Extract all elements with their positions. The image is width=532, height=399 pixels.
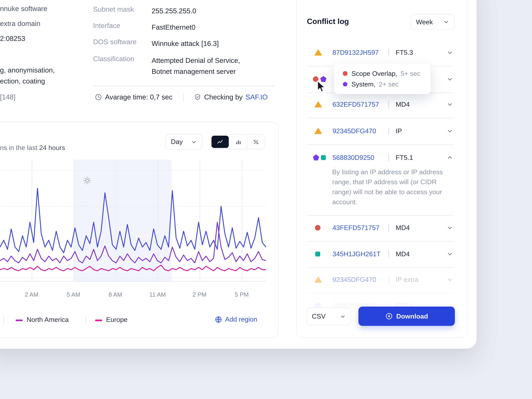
conflict-row[interactable]: 87D9132JH597 FT5.3 [307,39,454,66]
average-time: Avarage time: 0,7 sec [95,93,172,101]
conflict-log-title: Conflict log [307,17,349,26]
legend-swatch-europe [95,320,102,321]
warning-triangle-icon [314,127,322,135]
conflict-type: MD4 [396,101,410,108]
conflict-period-dropdown[interactable]: Week [411,14,455,30]
legend-label-north-america: North America [27,316,69,323]
conflict-id-link[interactable]: 92345DFG470 [332,276,376,284]
chevron-down-icon[interactable] [447,224,453,231]
left-panel-line: ection, coating [0,77,45,85]
conflict-type: IP extra [396,276,418,284]
left-panel-line: nnuke software [0,5,47,13]
chart-title: ns in the last 24 hours [0,144,65,152]
divider [388,224,389,231]
line-chart-icon [217,139,223,145]
conflict-description: By listing an IP address or IP address r… [332,167,448,207]
chart-type-line-button[interactable] [211,136,229,148]
conflict-row[interactable]: 92345DFG470 IP [307,118,454,144]
divider [388,250,389,258]
conflict-id-link[interactable]: 568830D9250 [332,154,374,161]
export-format-dropdown[interactable]: CSV [307,308,351,325]
divider [183,93,184,102]
chevron-up-icon[interactable] [447,154,453,161]
conflict-type: MD4 [396,224,410,232]
conflict-id-link[interactable]: 345H1JGH261T [332,250,381,258]
legend-divider [3,316,4,325]
divider [388,154,389,161]
conflict-row[interactable]: 92345DFG470 IP extra [307,266,454,293]
chart-type-switcher [210,134,265,149]
detail-value: 255.255.255.0 [152,5,196,16]
left-panel-line: g, anonymisation, [0,66,55,74]
scope-overlap-circle-icon [314,224,321,231]
conflict-id-link[interactable]: 43FEFD571757 [332,224,380,232]
x-tick-label: 5 PM [235,291,249,298]
divider [388,49,389,56]
detail-label: DOS software [93,38,137,46]
x-axis-line [0,281,266,282]
checking-by-text: Checking by [204,93,243,101]
add-region-label: Add region [225,316,257,323]
scatter-chart-icon [253,139,259,145]
mouse-cursor [315,80,327,95]
conflict-period-value: Week [416,18,433,26]
chevron-down-icon [443,19,449,25]
conflict-type: IP [396,127,402,135]
saf-io-link[interactable]: SAF.IO [246,93,268,101]
line-chart [0,168,266,281]
tooltip-row: System, 2+ sec [342,80,431,88]
divider [388,276,389,283]
chart-type-bar-button[interactable] [230,135,247,149]
chevron-down-icon[interactable] [447,276,453,283]
conflict-id-link[interactable]: 632EFD571757 [332,101,379,108]
warning-triangle-icon [314,276,322,284]
bar-chart-icon [235,139,242,145]
conflict-row[interactable]: 632EFD571757 MD4 [307,91,454,118]
detail-label: Interface [93,22,120,30]
chevron-down-icon [340,313,346,319]
chevron-down-icon[interactable] [447,76,453,82]
chevron-down-icon[interactable] [447,101,453,108]
conflict-id-link[interactable]: 92345DFG470 [332,127,376,135]
download-icon [385,313,393,320]
x-tick-label: 5 AM [67,291,80,298]
resource-square-icon [314,251,321,258]
add-region-button[interactable]: Add region [215,316,257,323]
legend-divider [86,316,86,325]
conflict-tooltip: Scope Overlap, 5+ sec System, 2+ sec [334,63,431,94]
chevron-down-icon[interactable] [447,128,453,134]
detail-value: Attempted Denial of Service, Botnet mana… [152,55,253,77]
resource-square-icon [320,154,327,161]
conflict-type: MD4 [396,250,410,258]
conflict-row[interactable]: 43FEFD571757 MD4 [307,215,454,241]
left-panel-line: 2:08253 [0,35,25,43]
download-button[interactable]: Download [358,307,455,326]
average-time-text: Avarage time: 0,7 sec [105,93,172,101]
divider [93,86,274,86]
legend-label-europe: Europe [106,316,127,323]
x-tick-label: 11 AM [149,291,166,298]
detail-value: Winnuke attack [16.3] [152,38,219,49]
legend-swatch-north-america [16,320,23,321]
warning-triangle-icon [314,49,322,57]
x-tick-label: 2 PM [192,291,207,298]
system-pentagon-icon [342,81,348,87]
conflict-id-link[interactable]: 87D9132JH597 [332,49,379,57]
conflict-row[interactable]: 345H1JGH261T MD4 [307,241,454,267]
checking-by: Checking by SAF.IO [194,93,268,101]
chart-period-dropdown[interactable]: Day [165,134,202,150]
chevron-down-icon[interactable] [447,251,453,257]
shield-check-icon [194,93,201,101]
system-pentagon-icon [312,154,320,161]
x-tick-label: 2 AM [25,291,38,298]
conflict-type: FT5.1 [396,154,413,161]
chart-period-value: Day [171,138,183,146]
chart-type-scatter-button[interactable] [247,135,265,149]
clock-icon [95,93,102,101]
divider [388,101,389,108]
chevron-down-icon[interactable] [447,49,453,56]
tooltip-row: Scope Overlap, 5+ sec [342,70,431,77]
left-panel-line: extra domain [0,20,40,28]
chevron-down-icon [191,139,197,145]
detail-label: Subnet mask [93,5,134,13]
